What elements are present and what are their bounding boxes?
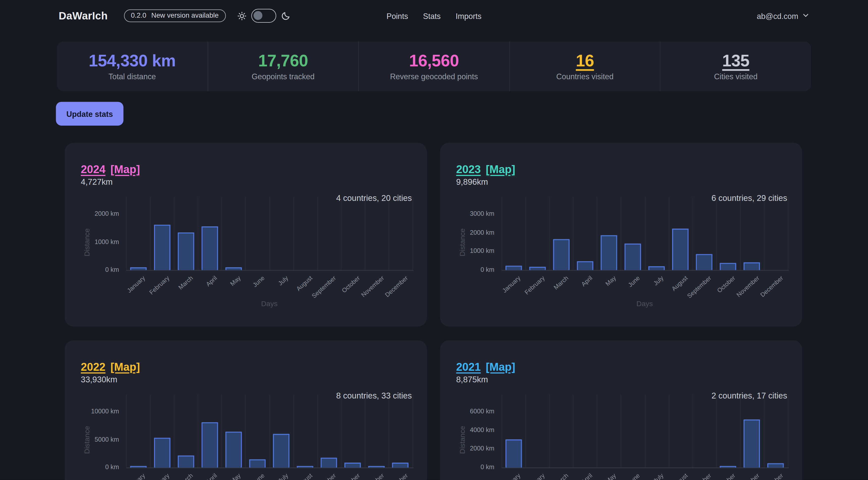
year-link[interactable]: 2021 [456, 361, 481, 373]
year-cards-grid: 2000 km1000 km0 kmJanuaryFebruaryMarchAp… [65, 143, 802, 480]
x-axis-month-label: October [341, 275, 361, 294]
chart-gridline [341, 394, 341, 468]
moon-icon [281, 11, 290, 21]
stat-label: Countries visited [556, 72, 614, 81]
x-axis-month-label: November [360, 275, 385, 298]
chart-gridline [245, 394, 246, 468]
card-title: 2021 [Map] [456, 361, 515, 373]
year-link[interactable]: 2022 [81, 361, 105, 373]
map-link[interactable]: [Map] [110, 361, 140, 373]
year-link[interactable]: 2023 [456, 163, 481, 175]
stat-value[interactable]: 16 [576, 52, 594, 69]
x-axis-month-label: September [686, 275, 712, 299]
update-stats-button[interactable]: Update stats [56, 102, 123, 125]
y-axis-tick-label: 3000 km [446, 210, 494, 217]
year-total-distance: 4,727km [81, 177, 113, 187]
bar-march [178, 455, 194, 468]
x-axis-month-label: March [177, 275, 194, 291]
map-link[interactable]: [Map] [110, 163, 140, 175]
chart-gridline [740, 197, 741, 270]
y-axis-title: Distance [83, 228, 91, 256]
year-total-distance: 33,930km [81, 375, 117, 384]
x-axis-month-label: June [251, 472, 266, 480]
x-axis-month-label: April [205, 275, 218, 288]
x-axis-month-label: July [277, 275, 289, 287]
chart-gridline [389, 197, 389, 270]
chart-x-axis [501, 468, 789, 468]
chart-gridline [525, 197, 526, 270]
chart-gridline [692, 197, 693, 270]
x-axis-month-label: March [552, 275, 569, 291]
chart-gridline [269, 394, 270, 468]
chart-gridline [174, 394, 175, 468]
x-axis-month-label: April [205, 472, 218, 480]
year-link[interactable]: 2024 [81, 163, 105, 175]
year-countries-cities: 8 countries, 33 cities [336, 391, 412, 400]
y-axis-tick-label: 1000 km [446, 248, 494, 254]
x-axis-month-label: March [552, 472, 569, 480]
x-axis-month-label: August [295, 275, 313, 292]
chart-gridline [573, 394, 574, 468]
chart-gridline [549, 394, 550, 468]
x-axis-month-label: September [311, 275, 337, 299]
x-axis-month-label: July [652, 275, 665, 287]
stat-label: Reverse geocoded points [390, 72, 478, 81]
bar-july [648, 266, 665, 270]
bar-july [273, 434, 289, 468]
chart-gridline [389, 394, 389, 468]
chart-gridline [740, 394, 741, 468]
x-axis-month-label: January [126, 275, 147, 294]
chart-gridline [293, 394, 293, 468]
chart-gridline [174, 197, 175, 270]
bar-november [744, 262, 760, 270]
bar-february [529, 267, 546, 270]
y-axis-title: Distance [83, 426, 91, 454]
year-total-distance: 8,875km [456, 375, 488, 384]
chart-gridline [293, 197, 293, 270]
year-card: 6000 km4000 km2000 km0 kmJanuaryFebruary… [440, 340, 802, 480]
year-countries-cities: 4 countries, 20 cities [336, 193, 412, 202]
chart-gridline [341, 197, 341, 270]
bar-april [202, 226, 218, 270]
x-axis-month-label: November [360, 472, 385, 480]
x-axis-month-label: May [229, 275, 242, 287]
x-axis-month-label: September [311, 472, 337, 480]
theme-toggle[interactable] [251, 9, 276, 23]
version-number: 0.2.0 [131, 11, 147, 20]
year-card: 3000 km2000 km1000 km0 kmJanuaryFebruary… [440, 143, 802, 326]
map-link[interactable]: [Map] [486, 361, 515, 373]
bar-may [225, 267, 242, 270]
year-card: 2000 km1000 km0 kmJanuaryFebruaryMarchAp… [65, 143, 427, 326]
map-link[interactable]: [Map] [486, 163, 515, 175]
stat-value[interactable]: 135 [722, 52, 749, 69]
chart-gridline [126, 394, 127, 468]
x-axis-month-label: October [716, 275, 736, 294]
bar-october [344, 462, 361, 468]
bar-november [744, 419, 760, 468]
chart-x-axis [501, 270, 789, 270]
version-badge[interactable]: 0.2.0 New version available [124, 9, 226, 22]
x-axis-title: Days [637, 299, 653, 308]
nav-link-points[interactable]: Points [386, 11, 408, 20]
theme-toggle-knob [253, 11, 262, 20]
chart-gridline [573, 197, 574, 270]
stat-cell: 16 Countries visited [509, 41, 660, 91]
x-axis-month-label: November [735, 472, 760, 480]
chart-gridline [669, 394, 669, 468]
x-axis-month-label: October [716, 472, 736, 480]
stat-cell: 16,560 Reverse geocoded points [358, 41, 509, 91]
stat-value: 154,330 km [89, 52, 176, 69]
x-axis-month-label: January [501, 472, 522, 480]
x-axis-month-label: February [523, 275, 546, 296]
stat-cell: 154,330 km Total distance [57, 41, 207, 91]
bar-january [505, 439, 522, 468]
chart-gridline [621, 197, 621, 270]
nav-link-stats[interactable]: Stats [423, 11, 441, 20]
bar-june [624, 244, 641, 270]
y-axis-title: Distance [458, 228, 466, 256]
theme-switch [237, 9, 290, 23]
top-bar: DaWarIch 0.2.0 New version available [0, 0, 868, 32]
nav-link-imports[interactable]: Imports [456, 11, 482, 20]
x-axis-month-label: August [295, 472, 313, 480]
account-menu[interactable]: ab@cd.com [757, 11, 809, 20]
